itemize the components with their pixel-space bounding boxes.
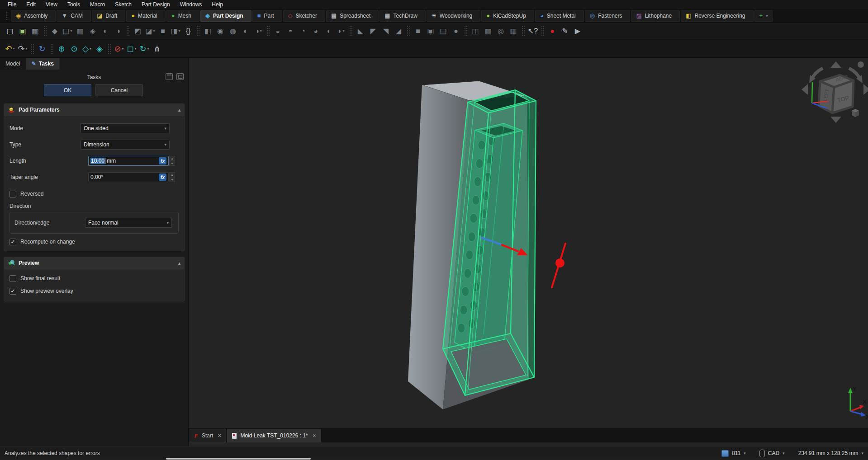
menu-item[interactable]: View — [41, 0, 62, 9]
show-final-result-checkbox[interactable] — [9, 275, 16, 282]
fit-all-icon[interactable]: ⊕ — [55, 42, 68, 55]
close-icon[interactable]: × — [313, 432, 316, 439]
linear-pattern-icon[interactable]: ▥ — [482, 25, 494, 38]
taper-angle-input[interactable]: 0.00° fx — [88, 172, 169, 182]
spin-up-icon[interactable]: ▲ — [169, 156, 175, 161]
tab-tasks[interactable]: ✎ Tasks — [26, 58, 60, 70]
toolbar-drag-handle[interactable] — [5, 11, 8, 20]
hole-icon[interactable]: ◓ — [284, 25, 297, 38]
sync-view-icon[interactable]: ◈ — [93, 42, 106, 55]
preview-header[interactable]: Preview ▴ — [4, 257, 184, 269]
primitive-cylinder-icon[interactable]: ▤ — [437, 25, 450, 38]
thickness-icon[interactable]: ◢ — [392, 25, 405, 38]
mode-select[interactable]: One sided ▾ — [81, 123, 170, 133]
workbench-mesh[interactable]: ● Mesh — [166, 10, 199, 22]
redo-icon[interactable]: ↷ ▾ — [16, 42, 29, 55]
body-icon[interactable]: ◩ — [131, 25, 144, 38]
pocket-icon[interactable]: ◒ — [271, 25, 284, 38]
show-preview-overlay-checkbox[interactable]: ✓ — [9, 288, 16, 295]
type-select[interactable]: Dimension ▾ — [81, 140, 170, 150]
groove-icon[interactable]: ◔ — [297, 25, 309, 38]
additive-pipe-icon[interactable]: ◐ — [239, 25, 252, 38]
mirror-icon[interactable]: ◫ — [469, 25, 482, 38]
refresh-icon[interactable]: ↻ — [36, 42, 48, 55]
tab-active-document[interactable]: Mold Leak TST_010226 : 1* × — [227, 429, 321, 442]
nav-arrow-right[interactable] — [863, 84, 868, 95]
undo-icon[interactable]: ↶ ▾ — [4, 42, 16, 55]
workbench-material[interactable]: ● Material — [126, 10, 166, 22]
chamfer-icon[interactable]: ◤ — [367, 25, 379, 38]
group-icon[interactable]: ■ — [157, 25, 169, 38]
annotation-icon[interactable]: ◑ — [112, 25, 124, 38]
measure-icon[interactable]: ⋔ — [151, 42, 163, 55]
additive-loft-icon[interactable]: ◍ — [227, 25, 239, 38]
menu-item[interactable]: Sketch — [110, 0, 137, 9]
nav-arrow-down[interactable] — [830, 117, 841, 123]
workbench-assembly[interactable]: ◉ Assembly — [11, 10, 56, 22]
ok-button[interactable]: OK — [44, 84, 91, 96]
menu-item[interactable]: Help — [207, 0, 228, 9]
collapse-arrow-icon[interactable]: ▴ — [178, 108, 180, 113]
expression-icon[interactable]: fx — [159, 174, 166, 181]
menu-item[interactable]: Tools — [62, 0, 85, 9]
expression-tool-icon[interactable]: {} — [182, 25, 194, 38]
navigation-style[interactable]: CAD — [768, 450, 779, 456]
primitive-box-icon[interactable]: ▣ — [424, 25, 437, 38]
spin-down-icon[interactable]: ▼ — [169, 177, 175, 182]
dock-panel-icon[interactable] — [166, 73, 173, 80]
menu-item[interactable]: File — [3, 0, 21, 9]
tab-start-page[interactable]: F Start × — [190, 429, 226, 442]
nav-arrow-up[interactable] — [830, 61, 841, 68]
zoom-selection-icon[interactable]: ⊙ — [68, 42, 81, 55]
pad-tool-icon[interactable]: ◧ — [201, 25, 214, 38]
multitransform-icon[interactable]: ▦ — [507, 25, 520, 38]
reversed-checkbox[interactable] — [9, 191, 16, 197]
expression-icon[interactable]: fx — [159, 157, 166, 164]
spin-up-icon[interactable]: ▲ — [169, 172, 175, 177]
direction-edge-select[interactable]: Face normal ▾ — [85, 218, 172, 228]
chevron-down-icon[interactable]: ▾ — [783, 451, 785, 455]
spin-down-icon[interactable]: ▼ — [169, 161, 175, 166]
paste-icon[interactable]: ◆ — [48, 25, 61, 38]
draft-angle-icon[interactable]: ◥ — [379, 25, 392, 38]
viewport-dimensions[interactable]: 234.91 mm x 128.25 mm — [798, 450, 859, 456]
close-icon[interactable]: × — [218, 432, 221, 439]
horizontal-scrollbar-thumb[interactable] — [166, 458, 311, 460]
workbench-part[interactable]: ■ Part — [252, 10, 282, 22]
workbench-woodworking[interactable]: ✳ Woodworking — [427, 10, 480, 22]
pad-parameters-header[interactable]: Pad Parameters ▴ — [4, 104, 184, 116]
datum-icon[interactable]: ◪ ▾ — [144, 25, 157, 38]
workbench-draft[interactable]: ◪ Draft — [92, 10, 125, 22]
nav-cube-small-cube[interactable] — [852, 109, 859, 117]
workbench-kicadstepup[interactable]: ● KiCadStepUp — [481, 10, 534, 22]
axonometric-view-icon[interactable]: ◇ ▾ — [81, 42, 93, 55]
3d-viewport[interactable]: REAR LEFT TOP — [189, 58, 868, 446]
nav-sphere-icon[interactable] — [858, 61, 864, 68]
print-preview-icon[interactable]: ▥ — [74, 25, 86, 38]
fillet-icon[interactable]: ◣ — [354, 25, 367, 38]
workbench-part-design[interactable]: ◈ Part Design — [200, 10, 251, 22]
selection-view-icon[interactable]: ◻ ▾ — [125, 42, 138, 55]
zoom-sync-icon[interactable]: ↻ ▾ — [138, 42, 151, 55]
tab-model[interactable]: Model — [0, 58, 26, 70]
subtractive-helix-icon[interactable]: ◗ ▾ — [335, 25, 347, 38]
nav-arrow-left[interactable] — [802, 84, 808, 95]
shape-tool-icon[interactable]: ◐ — [99, 25, 112, 38]
menu-item[interactable]: Edit — [21, 0, 41, 9]
workbench-sketcher[interactable]: ◇ Sketcher — [283, 10, 325, 22]
workbench-reverse-engineering[interactable]: ◧ Reverse Engineering — [681, 10, 753, 22]
chevron-down-icon[interactable]: ▾ — [861, 451, 863, 455]
macro-play-icon[interactable]: ▶ — [571, 25, 584, 38]
views-count[interactable]: 811 — [732, 450, 740, 456]
primitive-sphere-icon[interactable]: ● — [450, 25, 462, 38]
menu-item[interactable]: Windows — [175, 0, 207, 9]
workbench-sheet-metal[interactable]: ◕ Sheet Metal — [535, 10, 584, 22]
workbench-techdraw[interactable]: ▦ TechDraw — [379, 10, 426, 22]
print-icon[interactable]: ▤ ▾ — [61, 25, 74, 38]
menu-item[interactable]: Part Design — [137, 0, 175, 9]
macro-edit-icon[interactable]: ✎ — [559, 25, 571, 38]
horizontal-scrollbar-track[interactable] — [0, 458, 868, 460]
chevron-down-icon[interactable]: ▾ — [744, 451, 746, 455]
save-icon[interactable]: ▥ — [29, 25, 42, 38]
draw-style-icon[interactable]: ⊘ ▾ — [113, 42, 125, 55]
